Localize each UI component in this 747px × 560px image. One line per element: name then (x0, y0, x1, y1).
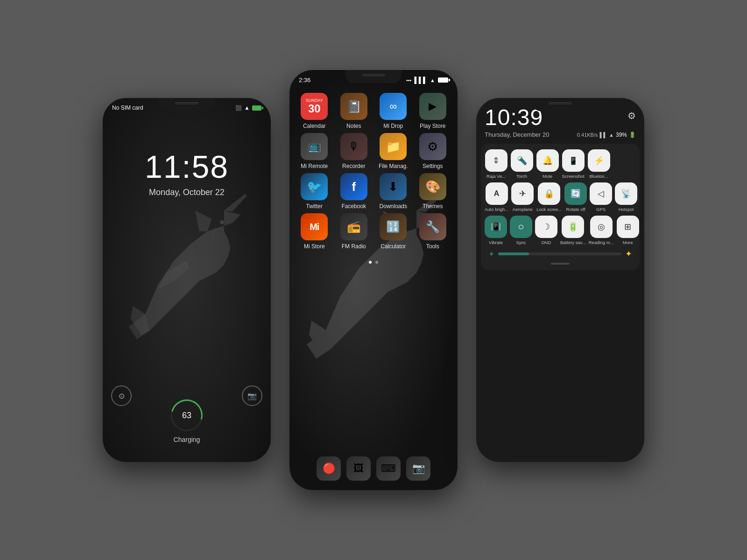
drag-handle (551, 263, 570, 265)
app-themes[interactable]: 🎨 Themes (415, 173, 451, 210)
qs-tile-reading[interactable]: ◎ Reading m... (589, 216, 614, 245)
dock-icon-3: ⌨ (376, 456, 401, 481)
qs-tile-airplane[interactable]: ✈ Aeroplane (511, 182, 534, 212)
dock-icon-4: 📷 (406, 456, 430, 481)
twitter-icon: 🐦 (301, 173, 328, 200)
dot-1 (369, 261, 372, 264)
recorder-label: Recorder (342, 163, 365, 169)
mistore-label: Mi Store (304, 243, 325, 250)
dnd-button[interactable]: ☽ (535, 216, 557, 238)
qs-tile-screenshot[interactable]: 📱 Screenshot (562, 149, 585, 179)
battery-saver-button[interactable]: 🔋 (562, 216, 584, 238)
dock-app-2[interactable]: 🖼 (346, 456, 371, 481)
vibrate-button[interactable]: 📳 (485, 216, 507, 238)
app-filemanager[interactable]: 📁 File Manag. (375, 133, 411, 169)
qs-tile-gps[interactable]: ◁ GPS (590, 182, 612, 212)
app-miremote[interactable]: 📺 Mi Remote (296, 133, 332, 169)
qs-date: Thursday, December 20 (485, 131, 550, 138)
lock-screen-time: 11:58 (145, 148, 229, 185)
qs-tile-sync[interactable]: ○ Sync (510, 216, 532, 245)
lock-screen-button[interactable]: 🔒 (538, 182, 560, 205)
dock-app-3[interactable]: ⌨ (376, 456, 401, 481)
mistore-icon: Mi (301, 213, 328, 240)
twitter-label: Twitter (306, 203, 323, 210)
qs-tile-lockscreen[interactable]: 🔒 Lock scree... (536, 182, 562, 212)
app-mistore[interactable]: Mi Mi Store (296, 213, 332, 250)
calendar-icon: Sunday 30 (301, 93, 328, 120)
screenshot-button[interactable]: 📱 (562, 149, 585, 172)
brightness-high-icon: ✦ (625, 249, 632, 259)
dock-app-1[interactable]: 🔴 (317, 456, 341, 481)
torch-button[interactable]: 🔦 (511, 149, 533, 172)
bluetooth-icon: ⚡ (594, 155, 604, 166)
qs-tile-hotspot[interactable]: 📡 Hotspot (615, 182, 637, 212)
qs-tile-vibrate[interactable]: 📳 Vibrate (485, 216, 507, 245)
playstore-label: Play Store (420, 123, 445, 129)
reading-icon: ◎ (598, 222, 605, 232)
qs-row-2: A Auto brigh... ✈ Aeroplane 🔒 Lock scree… (485, 182, 636, 212)
signal-button[interactable]: ⇕ (485, 149, 507, 172)
qs-tile-rotate[interactable]: 🔄 Rotate off (564, 182, 587, 212)
app-notes[interactable]: 📓 Notes (336, 93, 372, 129)
qs-tile-batterysaver[interactable]: 🔋 Battery sav... (560, 216, 586, 245)
facebook-icon: f (340, 173, 367, 200)
brightness-row: ✦ ✦ (485, 249, 636, 259)
qs-tile-dnd[interactable]: ☽ DND (535, 216, 557, 245)
app-facebook[interactable]: f Facebook (336, 173, 372, 210)
tools-icon: 🔧 (419, 213, 446, 240)
qs-row-1: ⇕ Raja Ve... 🔦 Torch 🔔 Mute (485, 149, 636, 179)
app-tools[interactable]: 🔧 Tools (415, 213, 451, 250)
airplane-button[interactable]: ✈ (511, 182, 534, 205)
miremote-label: Mi Remote (301, 163, 328, 169)
screenshot-icon: 📱 (569, 156, 578, 165)
qs-tile-mute[interactable]: 🔔 Mute (536, 149, 559, 179)
brightness-bar[interactable] (498, 252, 621, 255)
app-playstore[interactable]: ▶ Play Store (415, 93, 451, 129)
qs-tile-more[interactable]: ⊞ More (617, 216, 639, 245)
sync-button[interactable]: ○ (510, 216, 532, 238)
lock-screen: No SIM card ⬛ ▲ (103, 98, 271, 462)
midrop-label: Mi Drop (383, 123, 403, 129)
gps-button[interactable]: ◁ (590, 182, 612, 205)
qs-tile-torch[interactable]: 🔦 Torch (510, 149, 533, 179)
qs-tile-bluetooth[interactable]: ⚡ Bluetoo... (587, 149, 610, 179)
app-midrop[interactable]: ∞ Mi Drop (375, 93, 411, 129)
auto-bright-button[interactable]: A (486, 182, 508, 205)
rotate-label: Rotate off (566, 207, 585, 212)
torch-label: Torch (516, 174, 527, 179)
more-button[interactable]: ⊞ (617, 216, 639, 238)
signal-bars-icon: ▌▌▌ (414, 77, 427, 84)
bluetooth-button[interactable]: ⚡ (588, 149, 610, 172)
battery-icon (438, 77, 448, 83)
app-twitter[interactable]: 🐦 Twitter (296, 173, 332, 210)
qs-tile-signal[interactable]: ⇕ Raja Ve... (485, 149, 507, 179)
vibrate-icon: 📳 (491, 222, 501, 232)
dock-app-4[interactable]: 📷 (406, 456, 430, 481)
miremote-icon: 📺 (301, 133, 328, 160)
calculator-icon: 🔢 (380, 213, 407, 240)
mute-label: Mute (543, 174, 552, 179)
dots-icon: ••• (406, 77, 412, 83)
app-downloads[interactable]: ⬇ Downloads (375, 173, 411, 210)
themes-icon: 🎨 (419, 173, 446, 200)
settings-gear[interactable]: ⚙ (627, 105, 636, 121)
hotspot-button[interactable]: 📡 (615, 182, 637, 205)
rotate-button[interactable]: 🔄 (564, 182, 587, 205)
facebook-label: Facebook (341, 203, 366, 210)
qs-network-info: 0.41KB/s ▌▌ ▲ 39% 🔋 (577, 132, 636, 138)
flashlight-icon: 📷 (247, 392, 257, 400)
more-icon: ⊞ (624, 222, 631, 232)
app-fmradio[interactable]: 📻 FM Radio (336, 213, 372, 250)
app-calendar[interactable]: Sunday 30 Calendar (296, 93, 332, 129)
battery-saver-icon: 🔋 (568, 222, 578, 232)
app-settings[interactable]: ⚙ Settings (415, 133, 451, 169)
reading-mode-button[interactable]: ◎ (590, 216, 613, 238)
gear-icon: ⚙ (627, 111, 636, 121)
sim-status: No SIM card (112, 105, 143, 111)
qs-tile-autobright[interactable]: A Auto brigh... (485, 182, 508, 212)
app-recorder[interactable]: 🎙 Recorder (336, 133, 372, 169)
mute-button[interactable]: 🔔 (536, 149, 559, 172)
airplane-label: Aeroplane (513, 207, 533, 212)
app-calculator[interactable]: 🔢 Calculator (375, 213, 411, 250)
wifi-icon: ▲ (244, 105, 250, 111)
